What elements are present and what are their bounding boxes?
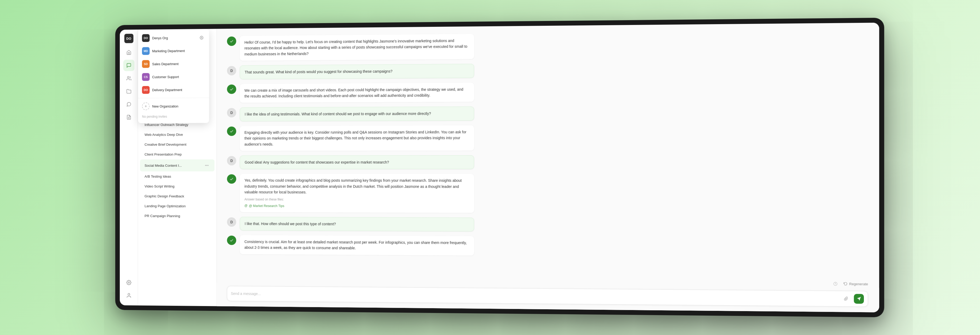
message-content-9: Consistency is crucial. Aim for at least… xyxy=(240,235,474,256)
message-row-8: D I like that. How often should we post … xyxy=(227,217,868,233)
input-actions xyxy=(842,294,850,303)
device-screen: DO xyxy=(120,22,879,312)
org-dot-support: CS xyxy=(142,73,150,81)
svg-point-5 xyxy=(201,37,202,38)
message-row-7: Yes, definitely. You could create infogr… xyxy=(227,174,868,214)
org-info-support: Customer Support xyxy=(152,75,205,79)
message-content-5: Engaging directly with your audience is … xyxy=(240,125,474,151)
chat-item-video-script[interactable]: Video Script Writing xyxy=(140,182,215,191)
settings-nav-btn[interactable] xyxy=(123,277,134,288)
profile-nav-btn[interactable] xyxy=(123,290,134,301)
new-org-item[interactable]: + New Organization xyxy=(138,99,209,113)
chat-item-more-btn[interactable]: ••• xyxy=(204,162,210,169)
folder-nav-btn[interactable] xyxy=(123,86,134,97)
svg-point-0 xyxy=(127,77,129,78)
chat-item-graphic-design[interactable]: Graphic Design Feedback xyxy=(140,191,215,201)
message-content-8: I like that. How often should we post th… xyxy=(240,217,474,231)
message-content-2: That sounds great. What kind of posts wo… xyxy=(240,64,474,79)
regenerate-button[interactable]: Regenerate xyxy=(844,282,868,286)
chat-messages-area: Hello! Of course, I'd be happy to help. … xyxy=(217,22,879,280)
message-row-5: Engaging directly with your audience is … xyxy=(227,124,868,151)
attachment-btn[interactable] xyxy=(842,294,850,303)
message-content-6: Good idea! Any suggestions for content t… xyxy=(240,155,474,169)
no-invites-text: No pending invites xyxy=(138,113,209,121)
chat-input-row xyxy=(227,286,868,307)
chat-item-creative-brief[interactable]: Creative Brief Development xyxy=(140,140,215,150)
org-item-sales[interactable]: SD Sales Department xyxy=(138,57,209,70)
org-item-support[interactable]: CS Customer Support xyxy=(138,70,209,84)
message-row-9: Consistency is crucial. Aim for at least… xyxy=(227,235,868,258)
chat-nav-btn[interactable] xyxy=(123,60,134,71)
chat-item-ab-testing[interactable]: A/B Testing Ideas xyxy=(140,172,215,181)
ai-avatar-3 xyxy=(227,85,236,94)
people-nav-btn[interactable] xyxy=(123,73,134,84)
message-content-3: We can create a mix of image carousels a… xyxy=(240,83,474,103)
message-row-4: D I like the idea of using testimonials.… xyxy=(227,105,868,121)
org-dot-denys: DO xyxy=(142,34,150,42)
home-nav-btn[interactable] xyxy=(123,47,134,58)
message-content-4: I like the idea of using testimonials. W… xyxy=(240,107,474,121)
org-info-marketing: Marketing Department xyxy=(152,49,205,53)
ai-avatar-1 xyxy=(227,37,236,46)
new-org-icon: + xyxy=(142,102,150,110)
message-row-1: Hello! Of course, I'd be happy to help. … xyxy=(227,30,868,61)
chat-item-landing-page[interactable]: Landing Page Optimization xyxy=(140,201,215,211)
chat-item-web-analytics[interactable]: Web Analytics Deep Dive xyxy=(140,130,215,140)
org-item-denys[interactable]: DO Denys Org xyxy=(138,31,209,45)
svg-marker-8 xyxy=(857,297,861,301)
org-info-denys: Denys Org xyxy=(152,35,196,40)
device-frame: DO xyxy=(115,18,884,317)
user-avatar-2: D xyxy=(227,66,236,76)
file-ref[interactable]: @ @ Market Research Tips xyxy=(245,203,284,208)
comments-nav-btn[interactable] xyxy=(123,99,134,110)
new-org-label: New Organization xyxy=(152,104,178,108)
file-ref-icon: @ xyxy=(245,203,248,208)
chat-input-area xyxy=(217,283,879,313)
message-content-1: Hello! Of course, I'd be happy to help. … xyxy=(240,34,474,61)
chat-item-pr-campaign[interactable]: PR Campaign Planning xyxy=(140,211,215,221)
org-item-marketing[interactable]: MD Marketing Department xyxy=(138,44,209,57)
message-content-7: Yes, definitely. You could create infogr… xyxy=(240,174,474,213)
svg-point-4 xyxy=(128,294,130,295)
send-button[interactable] xyxy=(854,294,864,304)
icon-bar-bottom xyxy=(123,277,134,301)
chat-item-social-media[interactable]: Social Media Content I... ••• xyxy=(140,160,215,171)
icon-bar: DO xyxy=(120,29,138,305)
chat-input[interactable] xyxy=(231,292,838,301)
ai-avatar-7 xyxy=(227,174,236,184)
org-dropdown: DO Denys Org MD Marketing D xyxy=(138,29,209,123)
org-info-delivery: Delivery Department xyxy=(152,88,205,92)
org-dot-sales: SD xyxy=(142,60,150,68)
message-row-3: We can create a mix of image carousels a… xyxy=(227,80,868,103)
icon-bar-top: DO xyxy=(123,34,134,275)
ai-avatar-9 xyxy=(227,236,236,245)
document-nav-btn[interactable] xyxy=(123,112,134,123)
chat-main: Hello! Of course, I'd be happy to help. … xyxy=(217,22,879,312)
user-avatar-8: D xyxy=(227,217,236,227)
ai-avatar-5 xyxy=(227,126,236,136)
message-row-2: D That sounds great. What kind of posts … xyxy=(227,61,868,79)
svg-point-3 xyxy=(128,282,129,283)
org-dot-delivery: DO xyxy=(142,86,150,94)
time-button[interactable] xyxy=(832,280,839,287)
answer-based-label: Answer based on these files: xyxy=(245,197,469,203)
dropdown-divider xyxy=(138,98,209,98)
org-settings-denys[interactable] xyxy=(198,34,205,41)
user-avatar-6: D xyxy=(227,156,236,165)
user-avatar-4: D xyxy=(227,108,236,118)
chat-item-client-presentation[interactable]: Client Presentation Prep xyxy=(140,150,215,159)
sidebar: DO Denys Org MD Marketing D xyxy=(138,29,216,306)
message-row-6: D Good idea! Any suggestions for content… xyxy=(227,155,868,169)
org-dot-marketing: MD xyxy=(142,47,150,55)
org-info-sales: Sales Department xyxy=(152,62,205,66)
org-avatar[interactable]: DO xyxy=(124,34,133,43)
org-item-delivery[interactable]: DO Delivery Department xyxy=(138,83,209,96)
